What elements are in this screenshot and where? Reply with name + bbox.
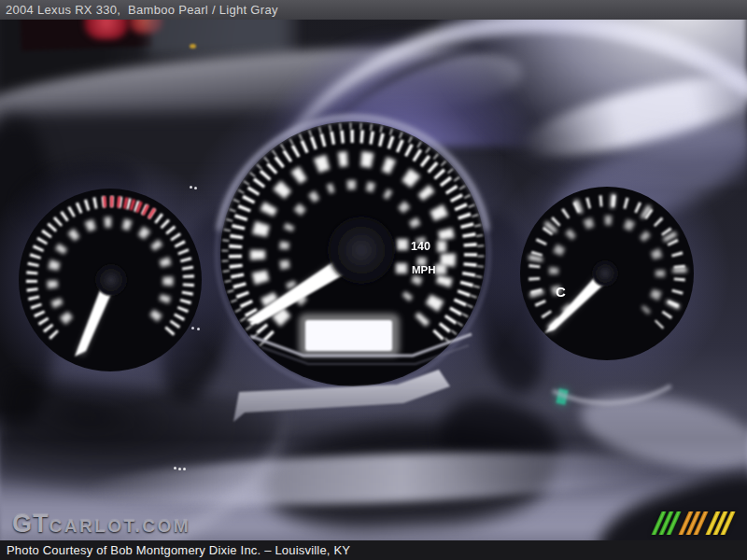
stripes-orange <box>684 511 706 538</box>
speed-label-140: 140 <box>411 240 430 253</box>
speedo-hub <box>328 217 395 284</box>
speed-unit-mph: MPH <box>412 264 436 275</box>
odometer-window <box>305 320 392 351</box>
caption-bar: 2004 Lexus RX 330, Bamboo Pearl / Light … <box>0 0 747 20</box>
temp-fuel-hub <box>592 260 618 287</box>
speedo-number-blob <box>435 264 446 274</box>
gtcarlot-logo[interactable]: GTcarlot.com <box>12 510 190 539</box>
cluster-photo: 140 MPH C <box>0 0 747 560</box>
stripes-logo[interactable] <box>656 511 742 538</box>
stripes-yellow <box>711 511 733 538</box>
vehicle-title: 2004 Lexus RX 330, Bamboo Pearl / Light … <box>6 3 278 17</box>
cold-label: C <box>556 284 566 300</box>
speedo-number-blob <box>437 241 446 252</box>
gtcarlot-logo-rest: carlot.com <box>49 516 191 537</box>
speedo-number-blob <box>397 239 408 250</box>
tach-hub <box>95 264 127 296</box>
stripes-green <box>656 511 679 538</box>
credit-bar: Photo Courtesy of Bob Montgomery Dixie I… <box>0 540 747 560</box>
tachometer <box>19 189 202 371</box>
photo-credit: Photo Courtesy of Bob Montgomery Dixie I… <box>7 543 350 557</box>
gtcarlot-logo-gt: GT <box>12 510 49 539</box>
speedo-number-blob <box>396 263 407 273</box>
instrument-cluster: 140 MPH C <box>0 0 747 560</box>
page: 140 MPH C <box>0 0 747 560</box>
